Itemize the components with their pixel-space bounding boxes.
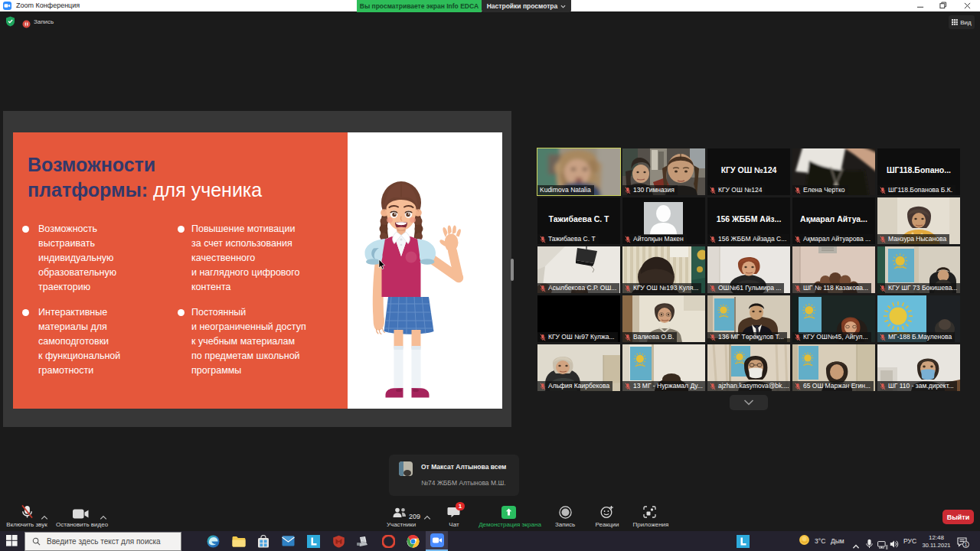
tray-weather-icon[interactable]	[799, 533, 810, 551]
taskbar-store-icon[interactable]	[252, 531, 275, 551]
tray-volume-icon[interactable]	[890, 536, 899, 551]
tray-clock[interactable]: 12:4830.11.2021	[922, 531, 951, 549]
participant-label-text: 65 ОШ Маржан Егин...	[803, 381, 871, 391]
participant-tile[interactable]: 130 Гимназия	[622, 148, 705, 195]
participant-tile[interactable]: Валиева О.В.	[622, 295, 705, 342]
participant-tile[interactable]: Тажибаева С. ТТажибаева С. Т	[537, 197, 620, 244]
participant-tile[interactable]: ajzhan.kasymova@bk....	[707, 344, 790, 391]
taskbar-explorer-icon[interactable]	[227, 531, 250, 551]
apps-button[interactable]	[643, 506, 656, 521]
chat-popup-title: От Максат Алтынова всем	[421, 463, 506, 471]
tray-notifications-icon[interactable]: 1	[957, 536, 969, 551]
muted-mic-icon	[625, 236, 631, 243]
share-screen-button[interactable]	[501, 506, 516, 522]
window-title-bar: Zoom Конференция Вы просматриваете экран…	[0, 0, 980, 11]
muted-mic-icon	[625, 187, 631, 194]
participant-label: ШГ № 118 Казакова...	[792, 283, 871, 293]
taskbar-search-box[interactable]: Введите здесь текст для поиска	[24, 532, 181, 551]
slide-title: Возможности платформы: для ученика	[28, 152, 262, 203]
participant-tile[interactable]: Айтолқын Макен	[622, 197, 705, 244]
participant-label: ШГ118.Бопанова Б.К.	[877, 185, 956, 195]
taskbar-mcafee-icon[interactable]	[327, 531, 350, 551]
participant-tile[interactable]: Альфия Каирбекова	[537, 344, 620, 391]
participant-tile[interactable]: 156 ЖББМ Айз...156 ЖББМ Айзада С...	[707, 197, 790, 244]
tray-network-icon[interactable]	[877, 537, 888, 551]
person-silhouette-icon	[644, 202, 683, 235]
tray-language-button[interactable]: РУС	[903, 531, 916, 551]
taskbar-zoom-icon[interactable]	[426, 531, 448, 551]
participant-tile[interactable]: КГУ ОШ №97 Кулжа...	[537, 295, 620, 342]
search-icon	[32, 537, 41, 546]
chevron-down-icon	[743, 399, 754, 406]
taskbar-app-l-icon[interactable]	[302, 531, 325, 551]
more-participants-button[interactable]	[730, 395, 768, 410]
participant-tile[interactable]: Kudimova Natalia	[537, 148, 620, 195]
security-shield-icon[interactable]	[5, 16, 15, 30]
recording-indicator-icon[interactable]	[22, 18, 31, 31]
mouse-cursor	[378, 259, 385, 270]
chat-notification-popup[interactable]: От Максат Алтынова всем №74 ЖББМ Алтынов…	[389, 455, 519, 496]
participants-button[interactable]	[392, 507, 409, 520]
participant-tile[interactable]: Асылбекова С.Р. ОШ...	[537, 246, 620, 293]
participant-tile[interactable]: ОШ№61 Гульмира ...	[707, 246, 790, 293]
taskbar-chrome-icon[interactable]	[401, 531, 424, 551]
record-label: Запись	[555, 521, 575, 528]
slide-white-panel	[348, 132, 502, 409]
bullet-dot	[22, 226, 29, 233]
participant-tile[interactable]: 13 МГ - Нуржамал Ду...	[622, 344, 705, 391]
participant-tile[interactable]: Манзура Нысанова	[877, 197, 960, 244]
participant-label: ОШ№61 Гульмира ...	[707, 283, 784, 293]
share-banner: Вы просматриваете экран Info EDCA	[357, 0, 482, 12]
participant-tile[interactable]: Елена Чертко	[792, 148, 875, 195]
participant-tile[interactable]: МГ-188 Б.Мауленова	[877, 295, 960, 342]
taskbar-mail-icon[interactable]	[276, 531, 299, 551]
participants-options-chevron[interactable]	[423, 510, 431, 523]
participant-tile[interactable]: КГУ ШГ 73 Бокишева...	[877, 246, 960, 293]
taskbar-edge-icon[interactable]	[201, 531, 224, 551]
participant-label-text: Валиева О.В.	[633, 332, 674, 342]
participant-tile[interactable]: ШГ118.Бопано...ШГ118.Бопанова Б.К.	[877, 148, 960, 195]
participant-tile[interactable]: ШГ № 118 Казакова...	[792, 246, 875, 293]
tray-mic-icon[interactable]	[866, 536, 873, 551]
muted-mic-icon	[880, 334, 886, 341]
bullet-dot	[178, 309, 185, 316]
participant-tile[interactable]: КГУ ОШ №193 Куля...	[622, 246, 705, 293]
share-screen-icon	[501, 506, 516, 519]
participant-tile[interactable]: КГУ ОШ№45, Айгул...	[792, 295, 875, 342]
start-button[interactable]	[6, 535, 18, 549]
taskbar-app-l2-icon[interactable]	[731, 531, 754, 551]
participant-label-text: Елена Чертко	[803, 185, 845, 195]
muted-mic-icon	[880, 187, 886, 194]
participant-label: Ақмарал Айтуарова ...	[792, 234, 874, 244]
participant-tile[interactable]: 65 ОШ Маржан Егин...	[792, 344, 875, 391]
leave-button[interactable]: Выйти	[942, 510, 974, 524]
participant-label-text: ajzhan.kasymova@bk....	[718, 381, 789, 391]
taskbar-fax-icon[interactable]	[351, 531, 374, 551]
close-button[interactable]	[959, 0, 975, 11]
reactions-button[interactable]	[600, 505, 614, 522]
view-button[interactable]: Вид	[949, 15, 975, 29]
participant-label: Елена Чертко	[792, 185, 848, 195]
participant-tile[interactable]: ШГ 110 - зам.директ...	[877, 344, 960, 391]
participant-name-center: ШГ118.Бопано...	[877, 148, 960, 191]
unmute-button[interactable]	[20, 504, 34, 522]
tray-expand-button[interactable]	[852, 537, 860, 551]
participant-label-text: Kudimova Natalia	[540, 185, 591, 195]
muted-mic-icon	[710, 187, 716, 194]
record-button[interactable]	[559, 506, 572, 522]
view-settings-button[interactable]: Настройки просмотра	[482, 0, 571, 12]
panel-resize-handle[interactable]	[511, 259, 514, 281]
participant-label: ШГ 110 - зам.директ...	[877, 381, 957, 391]
participant-tile[interactable]: 136 МГ Төреқұлов Т...	[707, 295, 790, 342]
participant-tile[interactable]: КГУ ОШ №124КГУ ОШ №124	[707, 148, 790, 195]
participant-label: Айтолқын Макен	[622, 234, 687, 244]
minimize-button[interactable]	[913, 0, 928, 11]
muted-mic-icon	[710, 285, 716, 292]
stop-video-button[interactable]	[73, 508, 90, 522]
slide-bullet: Возможность выстраивать индивидуальную о…	[38, 222, 116, 295]
participant-label: 130 Гимназия	[622, 185, 678, 195]
participant-label: 13 МГ - Нуржамал Ду...	[622, 381, 705, 391]
participant-tile[interactable]: Ақмарал Айтуа...Ақмарал Айтуарова ...	[792, 197, 875, 244]
restore-button[interactable]	[936, 0, 951, 11]
taskbar-opera-icon[interactable]	[377, 531, 400, 551]
